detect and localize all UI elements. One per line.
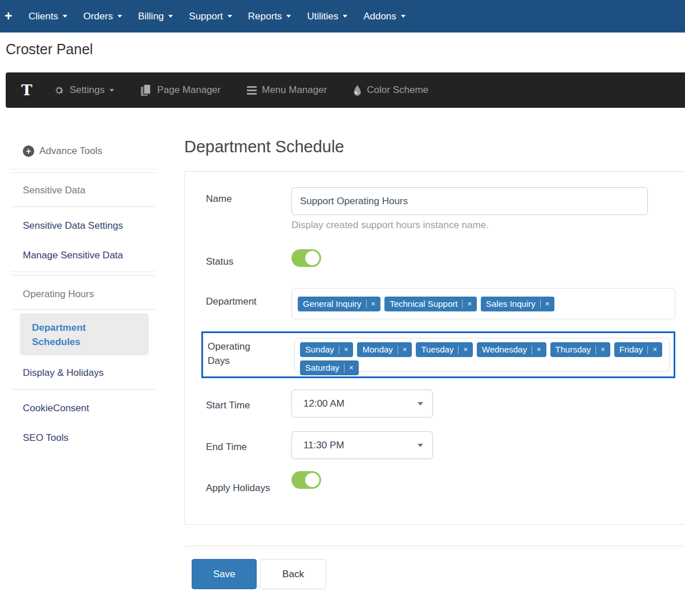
status-toggle[interactable] <box>291 249 321 267</box>
tag-label: Sunday <box>305 345 334 355</box>
tag-separator <box>366 299 367 308</box>
operating-days-tag-input[interactable]: Sunday × Monday × Tuesday × <box>294 338 670 372</box>
content-layout: + Advance Tools Sensitive Data Sensitive… <box>0 108 685 616</box>
start-time-select[interactable]: 12:00 AM <box>291 390 433 418</box>
close-icon[interactable]: × <box>601 345 605 355</box>
nav-item-addons[interactable]: Addons <box>355 0 414 33</box>
chevron-down-icon <box>168 15 173 18</box>
status-label: Status <box>206 256 233 268</box>
nav-label: Support <box>189 11 223 22</box>
nav-label: Addons <box>363 11 396 22</box>
day-tag: Wednesday × <box>477 342 546 357</box>
department-tag: Technical Support × <box>384 297 477 311</box>
divider <box>11 271 156 275</box>
toolbar-page-manager[interactable]: Page Manager <box>140 84 221 97</box>
close-icon[interactable]: × <box>371 299 376 309</box>
close-icon[interactable]: × <box>467 299 472 309</box>
save-button[interactable]: Save <box>192 559 257 589</box>
tag-separator <box>458 346 459 354</box>
department-schedules-label: Department Schedules <box>32 321 100 349</box>
department-tag: Sales Inquiry × <box>481 297 554 311</box>
droplet-icon <box>353 84 362 96</box>
divider <box>11 389 156 390</box>
nav-item-utilities[interactable]: Utilities <box>299 0 355 33</box>
theme-logo-icon[interactable]: T <box>18 82 35 99</box>
close-icon[interactable]: × <box>349 363 354 373</box>
tag-separator <box>595 346 596 354</box>
toggle-knob <box>305 251 319 265</box>
sidebar-item-cookie-consent[interactable]: CookieConsent <box>23 403 89 414</box>
toolbar-menu-manager-label: Menu Manager <box>262 84 327 96</box>
tag-separator <box>344 364 344 372</box>
tag-label: Wednesday <box>482 345 527 355</box>
divider <box>11 169 156 173</box>
nav-item-reports[interactable]: Reports <box>240 0 299 33</box>
sidebar-item-seo-tools[interactable]: SEO Tools <box>23 432 68 444</box>
close-icon[interactable]: × <box>344 345 348 355</box>
nav-item-billing[interactable]: Billing <box>130 0 181 33</box>
day-tag: Friday × <box>614 342 662 357</box>
nav-item-support[interactable]: Support <box>181 0 240 33</box>
tag-separator <box>540 299 541 308</box>
chevron-down-icon <box>418 402 423 406</box>
department-tag-input[interactable]: General Inquiry × Technical Support × Sa… <box>291 288 675 319</box>
chevron-down-icon <box>418 444 423 447</box>
chevron-down-icon <box>63 15 67 18</box>
apply-holidays-toggle[interactable] <box>291 471 321 489</box>
start-time-value: 12:00 AM <box>303 398 344 410</box>
page-title: Department Schedule <box>184 137 344 156</box>
name-input[interactable] <box>291 187 648 215</box>
panel-title: Croster Panel <box>6 41 93 58</box>
sidebar-item-sensitive-data-settings[interactable]: Sensitive Data Settings <box>23 220 123 232</box>
toggle-knob <box>305 473 319 487</box>
divider <box>11 309 156 310</box>
advance-tools-label: Advance Tools <box>39 145 102 157</box>
close-icon[interactable]: × <box>537 345 541 355</box>
nav-item-orders[interactable]: Orders <box>75 0 130 33</box>
tag-label: Friday <box>619 345 643 355</box>
end-time-select[interactable]: 11:30 PM <box>291 431 433 459</box>
day-tag: Sunday × <box>300 342 353 357</box>
close-icon[interactable]: × <box>545 299 550 309</box>
plus-icon[interactable]: + <box>5 9 21 24</box>
sidebar-item-advance-tools[interactable]: + Advance Tools <box>23 145 102 157</box>
nav-item-clients[interactable]: Clients <box>21 0 75 33</box>
nav-label: Utilities <box>307 11 338 22</box>
toolbar-page-manager-label: Page Manager <box>157 84 221 96</box>
schedule-form-card: Name Display created support hours insta… <box>184 171 685 525</box>
day-tag: Saturday × <box>300 360 359 375</box>
form-actions: Save Back <box>192 559 326 589</box>
sidebar-item-display-holidays[interactable]: Display & Holidays <box>23 367 104 379</box>
tag-separator <box>339 346 339 354</box>
sidebar-item-department-schedules[interactable]: Department Schedules <box>20 313 149 355</box>
operating-days-highlight-box: Operating Days Sunday × Monday × Tuesday <box>201 331 675 378</box>
apply-holidays-label: Apply Holidays <box>206 483 270 494</box>
end-time-value: 11:30 PM <box>303 440 344 451</box>
tag-label: Saturday <box>305 363 339 373</box>
tag-label: Technical Support <box>390 299 457 309</box>
tag-separator <box>532 346 532 354</box>
day-tag: Monday × <box>357 342 412 357</box>
day-tag: Tuesday × <box>416 342 473 357</box>
chevron-down-icon <box>401 15 406 18</box>
top-nav-items: Clients Orders Billing Support Reports U… <box>21 0 414 33</box>
back-button[interactable]: Back <box>260 559 326 589</box>
name-label: Name <box>206 193 232 205</box>
menu-icon <box>247 86 257 88</box>
chevron-down-icon <box>117 15 122 18</box>
close-icon[interactable]: × <box>403 345 407 355</box>
close-icon[interactable]: × <box>652 345 657 355</box>
department-tag: General Inquiry × <box>298 297 380 311</box>
day-tag: Thursday × <box>550 342 610 357</box>
nav-label: Reports <box>248 11 282 22</box>
operating-days-label: Operating Days <box>208 338 294 372</box>
toolbar-settings-label: Settings <box>70 84 104 96</box>
nav-label: Clients <box>29 11 58 22</box>
addon-toolbar: T Settings Page Manager Menu Manager Col… <box>6 72 685 108</box>
toolbar-settings[interactable]: Settings <box>54 84 114 96</box>
sidebar-item-manage-sensitive-data[interactable]: Manage Sensitive Data <box>23 250 123 261</box>
tag-label: Thursday <box>556 345 591 355</box>
toolbar-menu-manager[interactable]: Menu Manager <box>247 84 327 96</box>
close-icon[interactable]: × <box>463 345 468 355</box>
toolbar-color-scheme[interactable]: Color Scheme <box>353 84 428 96</box>
